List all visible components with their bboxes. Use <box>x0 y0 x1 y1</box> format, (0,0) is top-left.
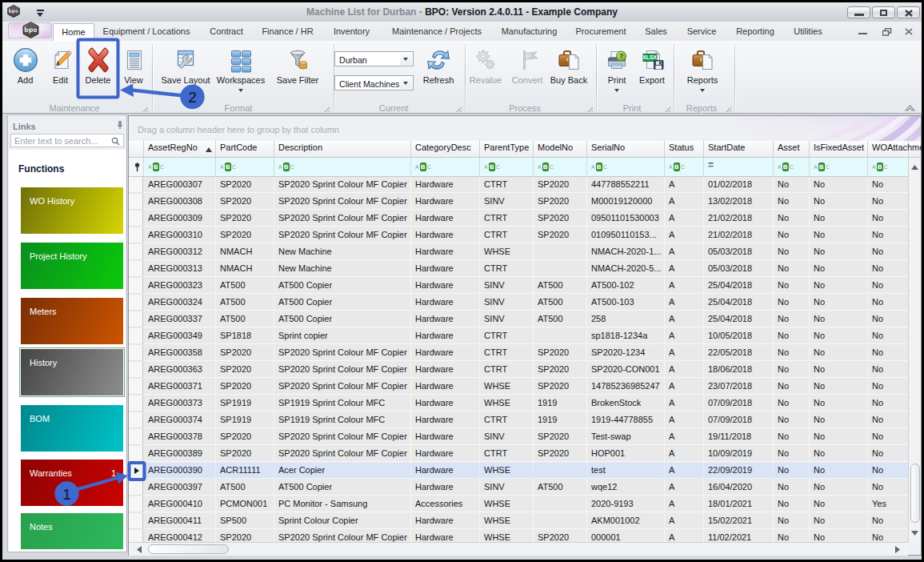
svg-text:1: 1 <box>62 486 71 503</box>
svg-text:2: 2 <box>188 89 197 106</box>
